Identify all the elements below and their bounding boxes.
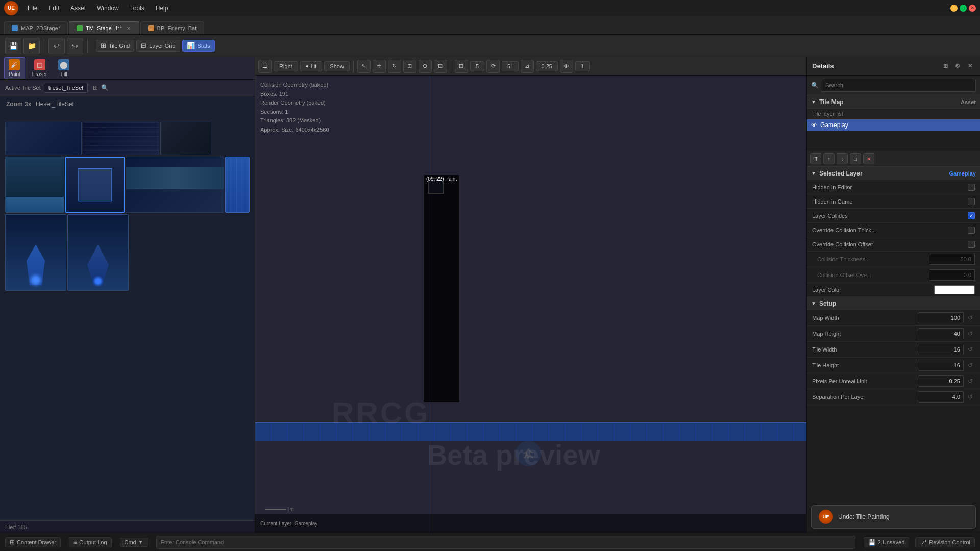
pixels-input[interactable]: [918, 375, 964, 387]
grid-button[interactable]: ⊞: [455, 60, 468, 73]
tile-cell[interactable]: [5, 122, 82, 155]
revision-control-button[interactable]: ⎇ Revision Control: [915, 537, 975, 547]
map-width-reset[interactable]: ↺: [966, 313, 975, 322]
tile-cell[interactable]: [5, 157, 64, 213]
rotate-tool-button[interactable]: ↻: [388, 60, 401, 73]
section-selected-layer-header[interactable]: ▼ Selected Layer Gameplay: [807, 167, 980, 180]
redo-button[interactable]: ↪: [67, 38, 83, 54]
viewport[interactable]: ☰ Right ● Lit Show ↖ ✛ ↻ ⊡ ⊕ ⊞ ⊞ 5 ⟳ 5° …: [255, 57, 806, 533]
output-log-button[interactable]: ≡ Output Log: [69, 537, 111, 547]
tab-tmstage[interactable]: TM_Stage_1** ✕: [69, 21, 139, 34]
pixels-reset[interactable]: ↺: [966, 377, 975, 386]
tile-width-reset[interactable]: ↺: [966, 345, 975, 354]
tile-map-arrow-icon: ▼: [811, 99, 816, 105]
layer-color-swatch[interactable]: [934, 285, 975, 294]
override-collision-thick-checkbox[interactable]: [968, 227, 975, 234]
view-count-display[interactable]: 1: [575, 61, 590, 71]
select-tool-button[interactable]: ↖: [357, 60, 371, 73]
fill-tool-button[interactable]: ⬤ Fill: [54, 58, 74, 79]
map-height-input[interactable]: [918, 328, 964, 339]
details-title: Details: [812, 62, 834, 70]
layer-grid-button[interactable]: ⊟ Layer Grid: [136, 40, 180, 52]
paint-tool-button[interactable]: 🖌 Paint: [4, 57, 25, 79]
layer-collides-checkbox[interactable]: ✓: [968, 212, 975, 219]
view-right-button[interactable]: Right: [274, 61, 298, 71]
tile-grid-button[interactable]: ⊞ Tile Grid: [96, 40, 134, 52]
right-content[interactable]: ▼ Tile Map Asset Tile layer list 👁 Gamep…: [807, 95, 980, 501]
unsaved-button[interactable]: 💾 2 Unsaved: [864, 537, 910, 547]
hidden-editor-checkbox[interactable]: [968, 184, 975, 191]
separation-reset[interactable]: ↺: [966, 392, 975, 402]
move-down-button[interactable]: ↓: [837, 153, 848, 164]
move-tool-button[interactable]: ✛: [373, 60, 386, 73]
angle-display[interactable]: 5°: [502, 61, 519, 71]
scale-tool-button[interactable]: ⊡: [403, 60, 416, 73]
details-grid-icon[interactable]: ⊞: [940, 61, 950, 71]
tile-width-input[interactable]: [918, 344, 964, 355]
move-up-button[interactable]: ↑: [823, 153, 835, 164]
console-input[interactable]: [156, 536, 855, 549]
tile-cell[interactable]: [83, 122, 159, 155]
tile-cell[interactable]: [225, 157, 250, 213]
snap-tool-button[interactable]: ⊞: [434, 60, 447, 73]
active-tileset-value[interactable]: tileset_TileSet: [44, 83, 88, 93]
minimize-button[interactable]: −: [950, 5, 958, 12]
lit-button[interactable]: ● Lit: [300, 61, 323, 71]
show-button[interactable]: Show: [324, 61, 350, 71]
section-tile-map-header[interactable]: ▼ Tile Map Asset: [807, 95, 980, 109]
prop-hidden-game-label: Hidden in Game: [812, 198, 968, 205]
menu-tools[interactable]: Tools: [125, 3, 150, 14]
menu-asset[interactable]: Asset: [65, 3, 91, 14]
maximize-button[interactable]: □: [960, 5, 967, 12]
tile-cell[interactable]: [160, 122, 211, 155]
details-settings-icon[interactable]: ⚙: [952, 61, 963, 71]
map-width-input[interactable]: [918, 312, 964, 323]
stat-line-4: Sections: 1: [260, 108, 329, 117]
move-top-button[interactable]: ⇈: [810, 153, 821, 164]
prop-layer-collides-value: ✓: [968, 212, 975, 219]
section-setup-header[interactable]: ▼ Setup: [807, 297, 980, 310]
layer-eye-icon[interactable]: 👁: [811, 121, 817, 129]
tile-cell-ship1[interactable]: [5, 214, 66, 291]
tab-map2d[interactable]: MAP_2DStage*: [4, 21, 68, 34]
details-close-icon[interactable]: ✕: [965, 61, 975, 71]
separation-input[interactable]: [918, 391, 964, 403]
hidden-game-checkbox[interactable]: [968, 198, 975, 205]
save-button[interactable]: 💾: [5, 38, 21, 54]
tileset-grid-icon[interactable]: ⊞: [93, 84, 98, 91]
layer-name: Gameplay: [820, 121, 848, 129]
new-layer-button[interactable]: □: [850, 153, 861, 164]
tile-cell-ship2[interactable]: [67, 214, 129, 291]
tab-close-tmstage[interactable]: ✕: [126, 26, 132, 31]
transform-tool-button[interactable]: ⊕: [419, 60, 432, 73]
menu-edit[interactable]: Edit: [43, 3, 64, 14]
menu-help[interactable]: Help: [151, 3, 174, 14]
content-drawer-button[interactable]: ⊞ Content Drawer: [5, 537, 61, 547]
menu-window[interactable]: Window: [92, 3, 124, 14]
details-header: Details ⊞ ⚙ ✕: [807, 57, 980, 76]
eraser-tool-button[interactable]: ◻ Eraser: [28, 58, 51, 79]
tileset-canvas[interactable]: Zoom 3x tileset_TileSet: [0, 96, 255, 520]
layer-item-gameplay[interactable]: 👁 Gameplay: [807, 119, 980, 131]
scale-display[interactable]: 0.25: [536, 61, 558, 71]
delete-layer-button[interactable]: ✕: [863, 153, 874, 164]
map-height-reset[interactable]: ↺: [966, 329, 975, 338]
tile-cell[interactable]: [126, 157, 224, 213]
tile-height-reset[interactable]: ↺: [966, 361, 975, 370]
undo-button[interactable]: ↩: [48, 38, 65, 54]
close-button[interactable]: ✕: [969, 5, 976, 12]
grid-size-button[interactable]: 5: [470, 61, 484, 71]
cmd-button[interactable]: Cmd ▼: [120, 538, 148, 547]
tab-bpenemy[interactable]: BP_Enemy_Bat: [140, 21, 205, 34]
stats-button[interactable]: 📊 Stats: [182, 40, 215, 52]
search-input[interactable]: [821, 79, 976, 92]
menu-file[interactable]: File: [22, 3, 42, 14]
open-button[interactable]: 📁: [23, 38, 40, 54]
tileset-search-icon[interactable]: 🔍: [101, 84, 109, 91]
content-drawer-label: Content Drawer: [17, 539, 56, 545]
viewport-content[interactable]: Collision Geometry (baked) Boxes: 191 Re…: [255, 76, 806, 533]
tile-height-input[interactable]: [918, 360, 964, 371]
viewport-menu-button[interactable]: ☰: [258, 60, 272, 73]
override-collision-offset-checkbox[interactable]: [968, 241, 975, 248]
tile-cell-selected[interactable]: [65, 157, 125, 213]
